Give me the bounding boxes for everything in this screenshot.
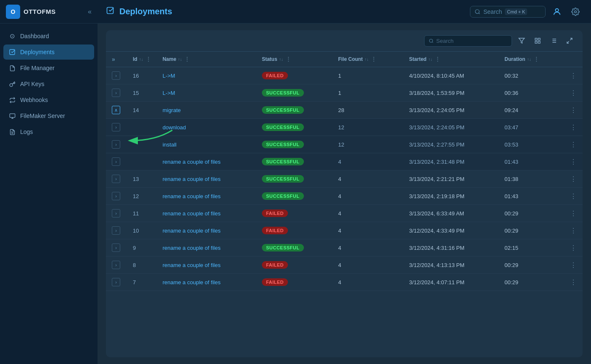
deployment-name-link[interactable]: rename a couple of files [163,159,221,165]
sidebar-item-filemaker-server[interactable]: FileMaker Server [3,108,94,123]
deployments-table: » Id ↑↓ ⋮ Name [106,52,583,291]
name-cell: rename a couple of files [157,153,256,170]
col-status-menu[interactable]: ⋮ [286,56,291,62]
sidebar-item-dashboard[interactable]: ⊙ Dashboard [3,29,94,44]
col-header-status[interactable]: Status ↑↓ ⋮ [256,52,332,67]
svg-rect-14 [535,38,537,40]
fullscreen-button[interactable] [563,34,576,47]
status-badge: FAILED [262,72,288,79]
deployment-name-link[interactable]: migrate [163,107,181,113]
deployment-name-link[interactable]: rename a couple of files [163,210,221,217]
row-menu-button[interactable]: ⋮ [570,124,577,131]
expand-button[interactable]: › [112,157,120,166]
expand-button[interactable]: › [112,140,120,149]
sidebar-collapse-button[interactable]: « [88,8,92,16]
row-menu-button[interactable]: ⋮ [570,227,577,234]
deployment-name-link[interactable]: rename a couple of files [163,228,221,234]
deployment-name-link[interactable]: rename a couple of files [163,245,221,251]
col-header-file-count[interactable]: File Count ↑↓ ⋮ [332,52,403,67]
col-header-duration[interactable]: Duration ↑↓ ⋮ [499,52,564,67]
topbar: Deployments Search Cmd + K [98,0,591,24]
col-file-count-menu[interactable]: ⋮ [371,56,376,62]
deployment-name-link[interactable]: L->M [163,73,175,79]
row-menu-button[interactable]: ⋮ [570,72,577,79]
deployment-name-link[interactable]: install [163,141,177,148]
expand-button[interactable]: › [112,261,120,269]
expand-button[interactable]: › [112,192,120,200]
actions-cell: ⋮ [564,119,583,136]
started-cell: 3/12/2024, 4:13:13 PM [403,257,499,274]
col-header-started[interactable]: Started ↑↓ ⋮ [403,52,499,67]
row-menu-button[interactable]: ⋮ [570,279,577,286]
sidebar-item-api-keys[interactable]: API Keys [3,76,94,92]
deployment-name-link[interactable]: rename a couple of files [163,279,221,285]
row-menu-button[interactable]: ⋮ [570,244,577,251]
row-menu-button[interactable]: ⋮ [570,141,577,148]
started-cell: 3/12/2024, 4:33:49 PM [403,222,499,239]
list-icon [550,37,557,44]
expand-button[interactable]: › [112,123,120,131]
deployment-name-link[interactable]: rename a couple of files [163,193,221,199]
started-cell: 3/12/2024, 4:31:16 PM [403,239,499,257]
expand-button[interactable]: › [112,71,120,80]
status-cell: SUCCESSFUL [256,153,332,170]
deployment-name-link[interactable]: download [163,124,186,131]
svg-marker-13 [519,38,524,43]
col-started-sort: ↑↓ [428,57,433,62]
table-search-bar[interactable] [424,35,512,47]
row-menu-button[interactable]: ⋮ [570,262,577,269]
table-search-input[interactable] [436,38,507,44]
table-scroll-area[interactable]: » Id ↑↓ ⋮ Name [106,52,583,357]
row-menu-button[interactable]: ⋮ [570,107,577,114]
row-menu-button[interactable]: ⋮ [570,193,577,200]
collapse-button[interactable]: ∧ [112,106,120,114]
sidebar-item-webhooks[interactable]: Webhooks [3,92,94,107]
name-cell: rename a couple of files [157,170,256,188]
table-toolbar [106,30,583,52]
expand-button[interactable]: › [112,244,120,252]
svg-line-24 [570,38,572,40]
table-row: › 8 rename a couple of files FAILED 4 3/… [106,257,583,274]
col-header-name[interactable]: Name ↑↓ ⋮ [157,52,256,67]
svg-line-12 [432,42,433,42]
status-cell: SUCCESSFUL [256,119,332,136]
global-search-bar[interactable]: Search Cmd + K [470,6,546,18]
svg-rect-0 [10,50,15,55]
list-view-button[interactable] [547,34,560,47]
expand-cell: › [106,67,127,84]
file-count-cell: 4 [332,257,403,274]
sidebar-item-logs[interactable]: Logs [3,124,94,139]
svg-point-10 [575,10,577,13]
id-cell [127,153,157,170]
grid-view-button[interactable] [531,34,544,47]
main-content: Deployments Search Cmd + K [98,0,591,364]
row-menu-button[interactable]: ⋮ [570,89,577,97]
col-started-menu[interactable]: ⋮ [435,56,440,62]
sidebar-item-file-manager[interactable]: File Manager [3,60,94,76]
settings-button[interactable] [568,5,583,19]
row-menu-button[interactable]: ⋮ [570,210,577,217]
page-icon [106,6,114,17]
expand-button[interactable]: › [112,89,120,97]
expand-cell: › [106,239,127,257]
avatar-button[interactable] [550,5,564,19]
col-name-sort: ↑↓ [178,57,182,62]
row-menu-button[interactable]: ⋮ [570,158,577,165]
filter-button[interactable] [515,34,528,47]
deployments-icon [8,48,16,56]
col-duration-menu[interactable]: ⋮ [534,56,539,62]
deployment-name-link[interactable]: rename a couple of files [163,176,221,182]
col-header-id[interactable]: Id ↑↓ ⋮ [127,52,157,67]
deployment-name-link[interactable]: L->M [163,90,175,96]
expand-button[interactable]: › [112,226,120,235]
row-menu-button[interactable]: ⋮ [570,175,577,183]
expand-cell: › [106,170,127,188]
expand-button[interactable]: › [112,175,120,183]
deployment-name-link[interactable]: rename a couple of files [163,262,221,268]
sidebar-item-deployments[interactable]: Deployments [3,45,94,60]
expand-button[interactable]: › [112,278,120,286]
expand-button[interactable]: › [112,209,120,217]
col-name-menu[interactable]: ⋮ [185,56,190,62]
col-id-menu[interactable]: ⋮ [146,56,151,62]
deployments-table-container: » Id ↑↓ ⋮ Name [106,30,583,357]
